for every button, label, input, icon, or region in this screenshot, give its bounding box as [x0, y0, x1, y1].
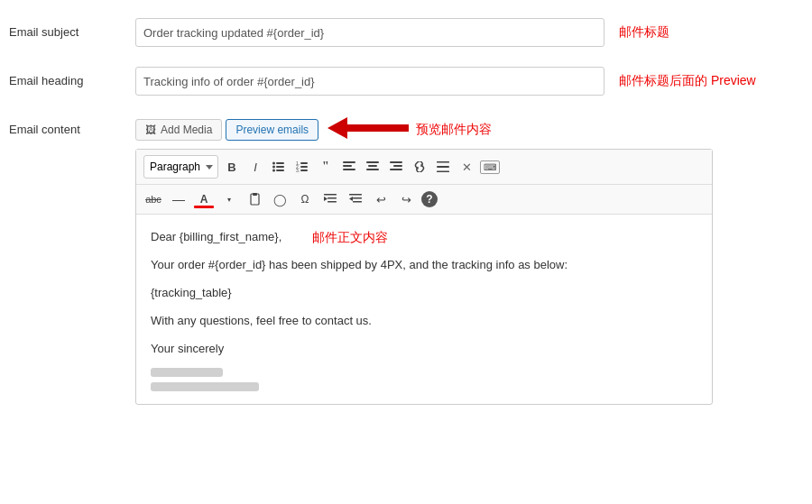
- email-subject-input[interactable]: [135, 18, 604, 47]
- email-subject-content: 邮件标题: [135, 18, 794, 47]
- horizontal-rule-button[interactable]: [433, 157, 453, 177]
- editor-body[interactable]: Dear {billing_first_name}, 邮件正文内容 Your o…: [136, 215, 712, 404]
- text-color-button[interactable]: A: [194, 189, 214, 209]
- page-container: Email subject 邮件标题 Email heading 邮件标题后面的…: [0, 0, 812, 504]
- svg-point-3: [272, 166, 275, 169]
- toolbar-row-2: abc — A ▾ ◯ Ω: [136, 185, 712, 215]
- paste-as-text-button[interactable]: [245, 189, 264, 209]
- red-arrow-icon: [328, 115, 409, 141]
- bold-button[interactable]: B: [222, 157, 242, 177]
- paragraph-format-select[interactable]: Paragraph: [143, 155, 218, 179]
- align-center-button[interactable]: [363, 157, 383, 177]
- editor-line-3: {tracking_table}: [151, 284, 697, 303]
- clear-formatting-button[interactable]: ◯: [270, 189, 290, 209]
- svg-rect-4: [276, 166, 284, 168]
- email-heading-label: Email heading: [9, 67, 135, 87]
- email-subject-annotation: 邮件标题: [619, 24, 669, 41]
- keyboard-shortcut-button[interactable]: ⌨: [480, 160, 500, 174]
- svg-rect-30: [324, 194, 337, 196]
- editor-line-4: With any questions, feel free to contact…: [151, 312, 697, 331]
- email-content-row: Email content 🖼 Add Media Preview emails: [9, 115, 794, 405]
- svg-rect-8: [300, 162, 308, 164]
- svg-rect-27: [437, 171, 449, 173]
- link-button[interactable]: [410, 157, 429, 177]
- svg-rect-2: [276, 162, 284, 164]
- svg-rect-19: [366, 169, 379, 170]
- email-heading-input[interactable]: [135, 67, 604, 96]
- redo-button[interactable]: ↪: [396, 189, 416, 209]
- svg-rect-29: [253, 193, 257, 196]
- email-editor[interactable]: Paragraph B I 1.2.3. ": [135, 149, 713, 405]
- svg-rect-13: [343, 161, 355, 163]
- strikethrough-button[interactable]: abc: [143, 189, 163, 209]
- email-subject-label: Email subject: [9, 18, 135, 39]
- indent-button[interactable]: [320, 189, 340, 209]
- svg-rect-31: [328, 197, 337, 199]
- svg-rect-23: [390, 169, 402, 170]
- svg-rect-22: [393, 165, 402, 167]
- email-heading-content: 邮件标题后面的 Preview: [135, 67, 794, 96]
- svg-rect-34: [353, 197, 362, 199]
- svg-point-1: [272, 162, 275, 165]
- add-media-button[interactable]: 🖼 Add Media: [135, 119, 222, 141]
- align-left-button[interactable]: [339, 157, 359, 177]
- undo-button[interactable]: ↩: [371, 189, 391, 209]
- svg-rect-26: [437, 161, 449, 163]
- svg-rect-32: [328, 201, 337, 203]
- ordered-list-button[interactable]: 1.2.3.: [292, 157, 312, 177]
- add-media-icon: 🖼: [145, 124, 156, 136]
- help-button[interactable]: ?: [421, 191, 438, 207]
- svg-rect-25: [437, 166, 449, 168]
- arrow-annotation: 预览邮件内容: [328, 115, 492, 143]
- svg-rect-18: [368, 165, 377, 167]
- text-color-arrow-button[interactable]: ▾: [219, 189, 239, 209]
- svg-marker-0: [328, 117, 409, 139]
- email-heading-row: Email heading 邮件标题后面的 Preview: [9, 67, 794, 96]
- align-right-button[interactable]: [386, 157, 406, 177]
- svg-rect-33: [349, 194, 362, 196]
- outdent-button[interactable]: [346, 189, 365, 209]
- preview-emails-button[interactable]: Preview emails: [226, 119, 318, 141]
- unordered-list-button[interactable]: [269, 157, 289, 177]
- editor-line-1: Dear {billing_first_name},: [151, 230, 281, 243]
- blockquote-button[interactable]: ": [316, 157, 336, 177]
- editor-line-5: Your sincerely: [151, 340, 697, 359]
- special-chars-button[interactable]: Ω: [295, 189, 315, 209]
- svg-rect-35: [353, 201, 362, 203]
- email-subject-row: Email subject 邮件标题: [9, 18, 794, 47]
- blurred-image-1: [151, 368, 223, 377]
- svg-rect-6: [276, 170, 284, 171]
- svg-rect-14: [343, 165, 352, 167]
- horizontal-line-button[interactable]: —: [169, 189, 189, 209]
- svg-rect-12: [300, 170, 308, 171]
- remove-format-button[interactable]: ✕: [457, 157, 476, 177]
- editor-annotation-1: 邮件正文内容: [312, 227, 388, 247]
- svg-rect-17: [366, 161, 379, 163]
- svg-rect-21: [390, 161, 402, 163]
- editor-line-2: Your order #{order_id} has been shipped …: [151, 256, 697, 275]
- blurred-image-2: [151, 382, 259, 391]
- arrow-annotation-text: 预览邮件内容: [416, 122, 492, 138]
- toolbar-row-1: Paragraph B I 1.2.3. ": [136, 150, 712, 185]
- email-content-label: Email content: [9, 115, 135, 136]
- svg-rect-15: [343, 169, 355, 170]
- email-content-field: 🖼 Add Media Preview emails 预览邮件内容: [135, 115, 794, 405]
- email-heading-annotation: 邮件标题后面的 Preview: [619, 73, 756, 89]
- svg-rect-10: [300, 166, 308, 168]
- svg-point-5: [272, 170, 275, 172]
- svg-text:3.: 3.: [296, 168, 300, 172]
- italic-button[interactable]: I: [245, 157, 265, 177]
